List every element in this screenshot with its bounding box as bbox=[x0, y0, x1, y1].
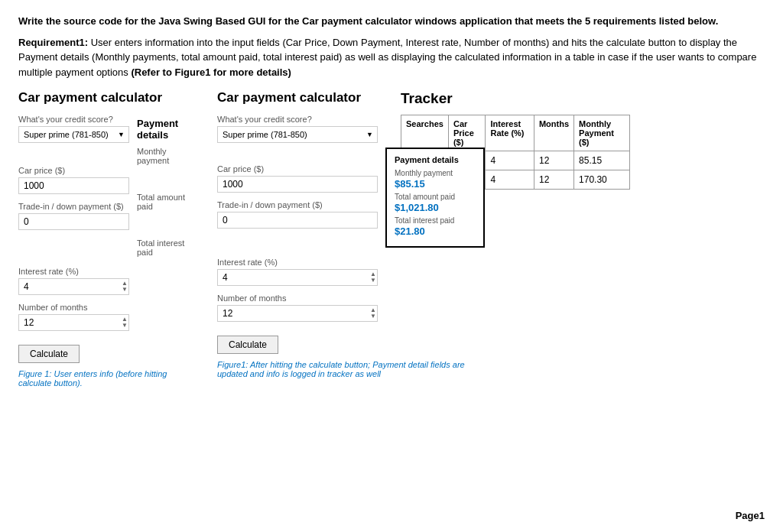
credit-score-wrapper[interactable]: Super prime (781-850) ▼ bbox=[18, 126, 129, 143]
credit-score-label: What's your credit score? bbox=[18, 115, 129, 124]
middle-trade-group: Trade-in / down payment ($) bbox=[217, 200, 378, 229]
popup-total-row: Total amount paid $1,021.80 bbox=[395, 193, 476, 213]
middle-calculate-button[interactable]: Calculate bbox=[217, 336, 278, 354]
interest-input[interactable] bbox=[18, 278, 129, 295]
total-interest-label: Total interest paid bbox=[137, 238, 194, 257]
table-cell-months: 12 bbox=[534, 151, 573, 170]
middle-months-input[interactable] bbox=[217, 305, 378, 322]
middle-trade-label: Trade-in / down payment ($) bbox=[217, 200, 378, 209]
popup-interest-label: Total interest paid bbox=[395, 216, 476, 225]
middle-credit-select[interactable]: Super prime (781-850) bbox=[217, 126, 378, 143]
months-group: Number of months ▲ ▼ bbox=[18, 303, 129, 331]
middle-form-wrapper: What's your credit score? Super prime (7… bbox=[217, 115, 378, 354]
col-searches: Searches bbox=[401, 115, 449, 151]
credit-score-select[interactable]: Super prime (781-850) bbox=[18, 126, 129, 143]
interest-label: Interest rate (%) bbox=[18, 267, 129, 276]
tracker-header: Searches Car Price ($) Interest Rate (%)… bbox=[401, 115, 630, 151]
popup-title: Payment details bbox=[395, 155, 476, 164]
panel-middle: Car payment calculator What's your credi… bbox=[217, 90, 378, 388]
middle-months-label: Number of months bbox=[217, 294, 378, 303]
requirement-text: Requirement1: User enters information in… bbox=[18, 35, 765, 80]
interest-spinner: ▲ ▼ bbox=[18, 278, 129, 295]
middle-interest-spinner-btn: ▲ ▼ bbox=[370, 271, 376, 284]
interest-group: Interest rate (%) ▲ ▼ bbox=[18, 267, 129, 295]
middle-interest-spinner: ▲ ▼ bbox=[217, 269, 378, 286]
middle-interest-group: Interest rate (%) ▲ ▼ bbox=[217, 258, 378, 286]
popup-total-label: Total amount paid bbox=[395, 193, 476, 201]
interest-down-icon[interactable]: ▼ bbox=[122, 287, 128, 293]
months-spinner: ▲ ▼ bbox=[18, 314, 129, 331]
tracker-title: Tracker bbox=[401, 90, 630, 107]
middle-interest-label: Interest rate (%) bbox=[217, 258, 378, 267]
trade-input[interactable] bbox=[18, 213, 129, 230]
middle-credit-score-group: What's your credit score? Super prime (7… bbox=[217, 115, 378, 143]
car-price-input[interactable] bbox=[18, 177, 129, 194]
table-cell-monthly_payment: 170.30 bbox=[574, 170, 630, 190]
trade-group: Trade-in / down payment ($) bbox=[18, 202, 129, 230]
popup-monthly-value: $85.15 bbox=[395, 178, 476, 190]
middle-panel-title: Car payment calculator bbox=[217, 90, 378, 105]
credit-score-group: What's your credit score? Super prime (7… bbox=[18, 115, 129, 143]
middle-car-price-group: Car price ($) bbox=[217, 164, 378, 193]
middle-months-group: Number of months ▲ ▼ bbox=[217, 294, 378, 322]
interest-spinner-btn: ▲ ▼ bbox=[122, 281, 128, 293]
page-number: Page1 bbox=[736, 510, 765, 521]
popup-total-value: $1,021.80 bbox=[395, 202, 476, 213]
main-content: Car payment calculator What's your credi… bbox=[18, 90, 765, 388]
popup-interest-value: $21.80 bbox=[395, 225, 476, 237]
left-panel-form-row: What's your credit score? Super prime (7… bbox=[18, 115, 194, 363]
left-panel-title: Car payment calculator bbox=[18, 90, 194, 105]
middle-trade-input[interactable] bbox=[217, 212, 378, 229]
table-cell-interest_rate: 4 bbox=[486, 151, 534, 170]
total-interest-row: Total interest paid bbox=[137, 238, 194, 257]
popup-interest-row: Total interest paid $21.80 bbox=[395, 216, 476, 237]
middle-interest-input[interactable] bbox=[217, 269, 378, 286]
popup-monthly-label: Monthly payment bbox=[395, 169, 476, 177]
monthly-payment-label: Monthly payment bbox=[137, 147, 194, 165]
payment-details-title: Payment details bbox=[137, 118, 194, 141]
popup-monthly-row: Monthly payment $85.15 bbox=[395, 169, 476, 190]
payment-details-section: Payment details Monthly payment Total am… bbox=[137, 118, 194, 257]
middle-months-spinner-btn: ▲ ▼ bbox=[370, 307, 376, 320]
car-price-group: Car price ($) bbox=[18, 166, 129, 194]
car-price-label: Car price ($) bbox=[18, 166, 129, 175]
col-car-price: Car Price ($) bbox=[448, 115, 486, 151]
middle-car-price-label: Car price ($) bbox=[217, 164, 378, 174]
months-label: Number of months bbox=[18, 303, 129, 312]
table-cell-interest_rate: 4 bbox=[486, 170, 534, 190]
left-form-col: What's your credit score? Super prime (7… bbox=[18, 115, 129, 363]
intro-section: Write the source code for the Java Swing… bbox=[18, 14, 765, 79]
calculate-button[interactable]: Calculate bbox=[18, 345, 80, 363]
panel-left: Car payment calculator What's your credi… bbox=[18, 90, 194, 388]
table-cell-months: 12 bbox=[534, 170, 573, 190]
col-monthly-payment: Monthly Payment ($) bbox=[574, 115, 630, 151]
middle-months-down-icon[interactable]: ▼ bbox=[370, 313, 376, 320]
middle-credit-label: What's your credit score? bbox=[217, 115, 378, 124]
months-spinner-btn: ▲ ▼ bbox=[122, 316, 128, 329]
popup-payment-details: Payment details Monthly payment $85.15 T… bbox=[385, 148, 485, 248]
months-down-icon[interactable]: ▼ bbox=[122, 323, 128, 329]
middle-select-wrapper[interactable]: Super prime (781-850) ▼ bbox=[217, 126, 378, 143]
trade-label: Trade-in / down payment ($) bbox=[18, 202, 129, 211]
total-amount-label: Total amount paid bbox=[137, 193, 194, 211]
table-cell-monthly_payment: 85.15 bbox=[574, 151, 630, 170]
refer-text: (Refer to Figure1 for more details) bbox=[131, 66, 291, 78]
months-input[interactable] bbox=[18, 314, 129, 331]
req-label: Requirement1: bbox=[18, 37, 88, 48]
middle-interest-down-icon[interactable]: ▼ bbox=[370, 277, 376, 284]
payment-details-col: Payment details Monthly payment Total am… bbox=[137, 115, 194, 363]
req-body: User enters information into the input f… bbox=[18, 37, 756, 78]
col-interest-rate: Interest Rate (%) bbox=[486, 115, 534, 151]
col-months: Months bbox=[534, 115, 573, 151]
monthly-payment-row: Monthly payment bbox=[137, 147, 194, 165]
middle-months-spinner: ▲ ▼ bbox=[217, 305, 378, 322]
middle-car-price-input[interactable] bbox=[217, 176, 378, 193]
tracker-header-row: Searches Car Price ($) Interest Rate (%)… bbox=[401, 115, 630, 151]
bold-intro: Write the source code for the Java Swing… bbox=[18, 15, 718, 27]
left-fig-caption: Figure 1: User enters info (before hitti… bbox=[18, 369, 194, 388]
total-amount-row: Total amount paid bbox=[137, 193, 194, 211]
